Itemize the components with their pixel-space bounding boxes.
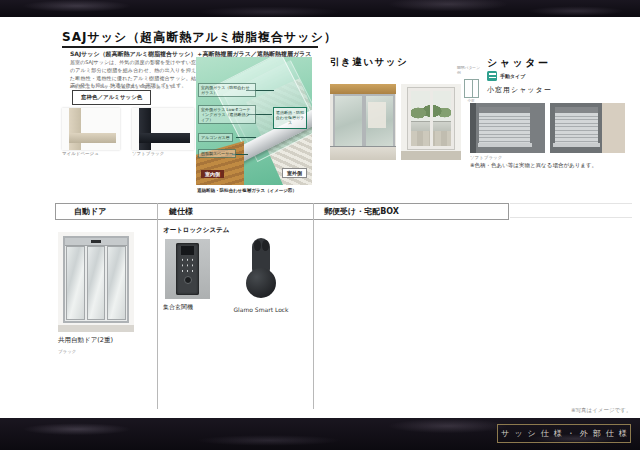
header-lock-spec: 鍵仕様 — [169, 204, 193, 219]
outdoor-side-badge: 室外側 — [282, 168, 307, 178]
terrace-floor — [401, 151, 461, 160]
small-window-icon — [464, 79, 479, 98]
faded-rule — [510, 203, 632, 204]
icon-slat — [489, 73, 496, 75]
diagram-label-spacer: 樹脂製スペーサー — [198, 149, 236, 158]
entrance-floor — [58, 325, 134, 332]
glass-cross-section-diagram: 室内側ガラス（防犯合わせガラス） 室外側ガラス Low-Eコーティングガラス（遮… — [196, 57, 312, 185]
frame-color-box-label: 窓枠色／アルミサッシ色 — [72, 90, 151, 105]
frame-color-name-black: ソフトブラック — [132, 151, 164, 156]
indoor-side-badge: 室内側 — [201, 170, 224, 178]
glass-door-panel — [66, 246, 85, 320]
sliding-sash-title: 引き違いサッシ — [330, 56, 408, 69]
intercom-label: 集合玄関機 — [163, 303, 193, 312]
column-divider — [313, 203, 314, 409]
smartlock-label: Glamo Smart Lock — [224, 306, 298, 313]
window-sill — [553, 143, 600, 147]
smartlock-button — [254, 240, 261, 251]
frame-horizontal-member — [69, 133, 116, 143]
door-sensor — [91, 240, 101, 243]
intercom-screen — [181, 246, 194, 255]
icon-slat — [489, 77, 496, 79]
glass-door-panel — [107, 246, 126, 320]
diagram-side-note: 遮熱断熱・防犯合わせ複層ガラス — [273, 107, 307, 129]
manual-type-icon — [487, 71, 497, 81]
footer-section-label: サッシ仕様・外部仕様 — [497, 424, 631, 443]
sliding-sash-photo-1 — [330, 84, 396, 160]
shutter-slats — [479, 113, 530, 143]
intercom-photo — [165, 239, 210, 299]
auto-door-color: ブラック — [58, 349, 76, 354]
smartlock-photo — [233, 235, 289, 301]
diagram-label-argon: アルゴンガス層 — [198, 133, 233, 142]
frame-corner-photo-beige — [62, 108, 120, 150]
shutter-disclaimer: ※色柄・色あい等は実物と異なる場合があります。 — [470, 162, 597, 169]
shutter-pattern-note: 開閉パターン例 — [457, 66, 483, 76]
shutter-subtitle: 小窓用シャッター — [487, 85, 552, 95]
wood-sill — [196, 141, 244, 185]
frame-vertical-member — [69, 108, 81, 150]
smartlock-knob — [246, 268, 276, 298]
glass-panel — [333, 94, 364, 148]
top-marble-band — [0, 0, 640, 17]
frame-corner-photo-black — [132, 108, 194, 150]
window-mullion — [472, 80, 473, 97]
header-auto-door: 自動ドア — [74, 204, 106, 219]
auto-door-label: 共用自動ドア(2重) — [58, 336, 113, 345]
sash-mullion — [430, 91, 433, 146]
shutter-photo-1 — [470, 103, 545, 153]
intercom-speaker — [184, 276, 192, 284]
door-panels — [65, 245, 127, 321]
smartlock-button — [262, 240, 269, 251]
diagram-label-inner-glass: 室内側ガラス（防犯合わせガラス） — [198, 83, 256, 97]
photo-disclaimer: ※写真はイメージです。 — [571, 407, 631, 414]
frame-horizontal-member — [139, 133, 190, 143]
shutter-section-title: シャッター — [487, 56, 550, 70]
glass-door-panel — [87, 246, 106, 320]
window-sill — [478, 143, 532, 147]
column-divider — [157, 203, 158, 409]
frame-color-name-beige: マイルドベージュ — [62, 151, 99, 156]
white-sash-frame — [408, 88, 454, 149]
spec-header-row: 自動ドア 鍵仕様 郵便受け・宅配BOX — [55, 203, 509, 220]
shutter-photo-2 — [550, 103, 625, 153]
shutter-slats — [555, 113, 599, 143]
diagram-caption: 遮熱断熱・防犯合わせ複層ガラス（イメージ図） — [197, 188, 297, 193]
balcony-floor — [330, 147, 396, 160]
diagram-label-lowe-glass: 室外側ガラス Low-Eコーティングガラス（遮熱断熱タイプ） — [198, 105, 256, 124]
manual-type-label: 手動タイプ — [500, 73, 525, 79]
brochure-page: SAJサッシ（超高断熱アルミ樹脂複合サッシ） SAJサッシ（超高断熱アルミ樹脂複… — [0, 0, 640, 450]
autolock-system-label: オートロックシステム — [163, 226, 229, 235]
intercom-keypad — [180, 257, 195, 274]
interior-reflection — [368, 102, 386, 128]
auto-door-photo — [58, 232, 134, 332]
sliding-sash-photo-2 — [401, 84, 461, 160]
wood-ceiling — [330, 84, 396, 94]
faded-rule — [510, 217, 632, 218]
shutter-color-name: ソフトブラック — [470, 155, 502, 160]
frame-vertical-member — [139, 108, 151, 150]
intercom-panel — [176, 243, 199, 295]
door-frame — [63, 236, 129, 323]
header-mailbox: 郵便受け・宅配BOX — [324, 204, 399, 219]
saj-footnote: ※居室により一部サッシ仕様が異なる場合があります。 — [70, 84, 178, 89]
leader-line — [236, 137, 256, 138]
saj-section-title: SAJサッシ（超高断熱アルミ樹脂複合サッシ） — [62, 29, 337, 46]
title-underline — [62, 46, 318, 48]
